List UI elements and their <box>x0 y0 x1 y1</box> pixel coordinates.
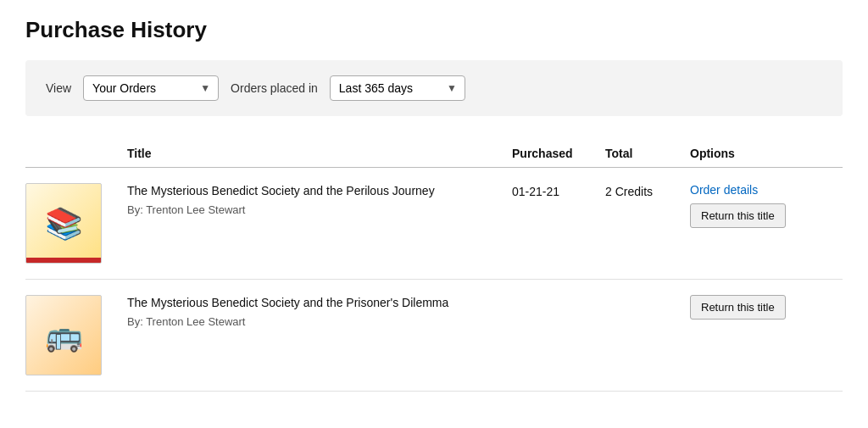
page-title: Purchase History <box>25 17 843 43</box>
book-title-2: The Mysterious Benedict Society and the … <box>127 295 504 312</box>
view-label: View <box>46 81 71 95</box>
options-col-2: Return this title <box>690 295 843 320</box>
table-row: The Mysterious Benedict Society and the … <box>25 280 843 392</box>
total-credits-2 <box>605 295 690 297</box>
book-thumbnail-1 <box>25 183 127 264</box>
col-header-total: Total <box>605 147 690 160</box>
book-author-1: By: Trenton Lee Stewart <box>127 203 504 216</box>
book-author-2: By: Trenton Lee Stewart <box>127 315 504 328</box>
book-thumbnail-2 <box>25 295 127 375</box>
view-select-wrapper: Your OrdersShared Orders ▼ <box>83 75 219 101</box>
view-select[interactable]: Your OrdersShared Orders <box>83 75 219 101</box>
col-header-title: Title <box>127 147 512 160</box>
col-header-options: Options <box>690 147 843 160</box>
purchased-date-1: 01-21-21 <box>512 183 605 198</box>
book-title-1: The Mysterious Benedict Society and the … <box>127 183 504 200</box>
book-info-1: The Mysterious Benedict Society and the … <box>127 183 512 216</box>
book-info-2: The Mysterious Benedict Society and the … <box>127 295 512 328</box>
order-details-link-1[interactable]: Order details <box>690 183 758 197</box>
orders-placed-label: Orders placed in <box>231 81 318 95</box>
purchase-table: Title Purchased Total Options The Myster… <box>25 140 843 392</box>
filter-bar: View Your OrdersShared Orders ▼ Orders p… <box>25 60 843 116</box>
return-title-button-2[interactable]: Return this title <box>690 295 786 320</box>
date-select[interactable]: Last 30 daysLast 60 daysLast 90 daysLast… <box>330 75 465 101</box>
options-col-1: Order details Return this title <box>690 183 843 228</box>
table-header: Title Purchased Total Options <box>25 140 843 168</box>
col-header-image <box>25 147 127 160</box>
table-row: The Mysterious Benedict Society and the … <box>25 168 843 280</box>
date-select-wrapper: Last 30 daysLast 60 daysLast 90 daysLast… <box>330 75 465 101</box>
col-header-purchased: Purchased <box>512 147 605 160</box>
return-title-button-1[interactable]: Return this title <box>690 203 786 228</box>
purchased-date-2 <box>512 295 605 297</box>
total-credits-1: 2 Credits <box>605 183 690 198</box>
